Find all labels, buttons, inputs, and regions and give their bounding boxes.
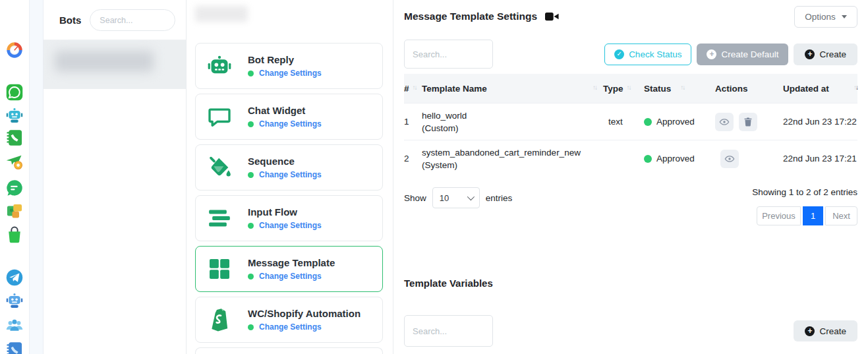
team-icon[interactable] — [5, 316, 24, 334]
updated-at: 22nd Jun 23 17:22 — [783, 117, 857, 127]
sort-icon: ↑↓ — [680, 84, 684, 91]
change-settings-link[interactable]: Change Settings — [259, 322, 322, 332]
chevron-down-icon — [467, 193, 475, 200]
page-size-select[interactable]: 10 — [432, 187, 480, 208]
shop-bag-icon[interactable] — [5, 225, 24, 244]
change-settings-link[interactable]: Change Settings — [259, 69, 322, 78]
card-title: WC/Shopify Automation — [248, 308, 361, 319]
message-template-icon — [206, 255, 233, 283]
page-title: Message Template Settings — [404, 11, 537, 22]
view-template-button[interactable] — [720, 150, 739, 168]
bot-icon[interactable] — [5, 106, 24, 125]
sort-icon: ↑↓ — [593, 84, 596, 91]
check-circle-icon: ✓ — [614, 49, 624, 59]
bot-reply-icon — [206, 52, 233, 80]
card-input-flow[interactable]: Input Flow Change Settings — [195, 195, 383, 241]
card-title: Bot Reply — [248, 54, 322, 65]
create-variable-button[interactable]: + Create — [794, 320, 857, 341]
plus-circle-icon: + — [707, 49, 716, 59]
platform-icon-rail — [0, 0, 29, 354]
bots-search-input[interactable] — [90, 9, 175, 31]
previous-page-button[interactable]: Previous — [757, 206, 801, 225]
status-badge: Approved — [656, 154, 695, 163]
status-dot — [248, 172, 254, 178]
status-dot — [248, 274, 254, 280]
card-message-template[interactable]: Message Template Change Settings — [195, 246, 383, 292]
contacts-blue-icon[interactable] — [5, 341, 24, 354]
status-dot — [248, 121, 254, 127]
card-title: Sequence — [248, 156, 322, 167]
table-row: 1 hello_world (Custom) text Approved 22n… — [404, 103, 857, 140]
show-label: Show — [404, 193, 426, 203]
sort-icon: ↑↓ — [413, 84, 417, 91]
row-num: 2 — [404, 154, 422, 163]
approved-status-dot — [644, 118, 652, 126]
create-button[interactable]: + Create — [794, 44, 857, 65]
sort-icon-active-desc: ↑↓ — [854, 84, 857, 91]
integrations-icon[interactable] — [5, 202, 24, 220]
contacts-green-icon[interactable] — [5, 129, 24, 147]
card-bot-reply[interactable]: Bot Reply Change Settings — [195, 43, 383, 89]
bot-blue-icon[interactable] — [5, 291, 24, 310]
card-wc-shopify-automation[interactable]: WC/Shopify Automation Change Settings — [195, 297, 383, 343]
card-sequence[interactable]: Sequence Change Settings — [195, 144, 383, 191]
template-name: hello_world — [422, 109, 603, 122]
status-badge: Approved — [656, 117, 695, 127]
template-variables-search-input[interactable] — [404, 315, 493, 347]
bots-panel-title: Bots — [59, 15, 81, 26]
card-title: Input Flow — [248, 206, 322, 218]
options-button-label: Options — [805, 12, 836, 22]
check-status-button[interactable]: ✓ Check Status — [604, 44, 691, 65]
video-tutorial-icon[interactable] — [545, 12, 559, 21]
check-status-label: Check Status — [629, 49, 681, 59]
bot-settings-panel: Bot Reply Change Settings Chat Widget Ch… — [187, 0, 393, 354]
change-settings-link[interactable]: Change Settings — [259, 170, 322, 179]
status-dot — [248, 223, 254, 229]
telegram-icon[interactable] — [5, 268, 24, 287]
row-num: 1 — [404, 117, 422, 127]
app-window: Bots Bot Reply Change Settings — [0, 0, 868, 354]
column-header-updated-at[interactable]: Updated at↑↓ — [783, 84, 857, 94]
rail-divider-strip — [29, 0, 43, 354]
template-type: text — [603, 117, 644, 127]
dashboard-icon[interactable] — [5, 41, 24, 59]
chat-widget-icon — [206, 103, 233, 131]
bots-panel: Bots — [43, 0, 187, 354]
column-header-type[interactable]: Type↑↓ — [603, 84, 644, 94]
wc-shopify-icon — [206, 306, 233, 334]
whatsapp-icon[interactable] — [5, 83, 24, 102]
bot-list-item-selected[interactable] — [43, 40, 186, 89]
delete-template-button[interactable] — [739, 113, 757, 131]
change-settings-link[interactable]: Change Settings — [259, 119, 322, 129]
template-name: system_abandoned_cart_reminder_new — [422, 146, 603, 159]
column-header-num[interactable]: #↑↓ — [404, 84, 422, 94]
bot-name-redacted — [55, 51, 154, 72]
options-button[interactable]: Options — [794, 6, 857, 28]
approved-status-dot — [644, 155, 652, 163]
card-chat-widget[interactable]: Chat Widget Change Settings — [195, 94, 383, 140]
campaign-send-icon[interactable] — [5, 152, 24, 171]
create-default-button[interactable]: + Create Default — [697, 44, 788, 65]
chevron-down-icon — [842, 15, 847, 18]
next-page-button[interactable]: Next — [825, 206, 857, 225]
create-default-label: Create Default — [721, 49, 778, 59]
create-variable-label: Create — [819, 326, 846, 336]
change-settings-link[interactable]: Change Settings — [259, 221, 322, 230]
chat-green-icon[interactable] — [5, 179, 24, 197]
template-name-sub: (System) — [422, 159, 603, 171]
view-template-button[interactable] — [715, 113, 734, 131]
message-template-settings-panel: Message Template Settings Options ✓ Chec… — [393, 0, 868, 354]
plus-circle-icon: + — [805, 326, 815, 336]
sort-icon: ↑↓ — [627, 84, 631, 91]
page-1-button[interactable]: 1 — [803, 206, 823, 225]
change-settings-link[interactable]: Change Settings — [259, 272, 322, 281]
card-next-partial[interactable] — [195, 347, 383, 354]
create-label: Create — [819, 49, 846, 59]
plus-circle-icon: + — [805, 49, 815, 59]
column-header-template-name[interactable]: Template Name↑↓ — [422, 84, 603, 94]
sequence-icon — [206, 154, 233, 181]
card-title: Message Template — [248, 257, 335, 268]
template-search-input[interactable] — [404, 40, 493, 69]
table-row: 2 system_abandoned_cart_reminder_new (Sy… — [404, 140, 857, 177]
column-header-status[interactable]: Status↑↓ — [644, 84, 715, 94]
